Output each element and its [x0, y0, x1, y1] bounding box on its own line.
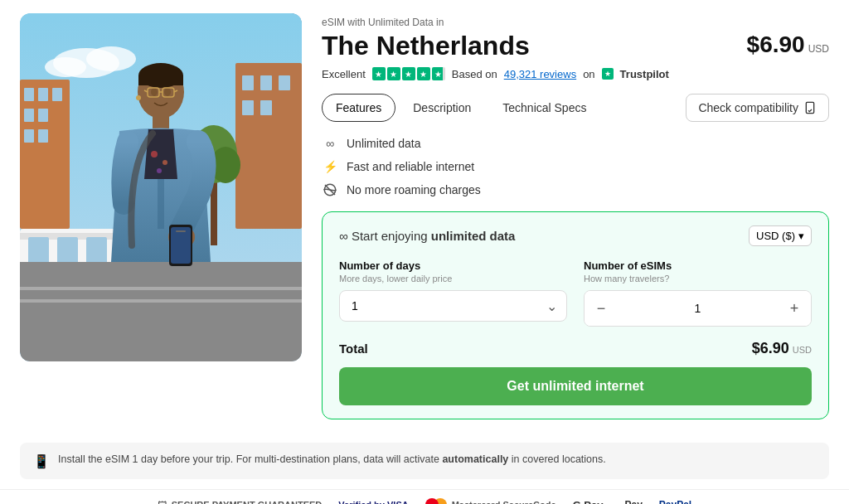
svg-rect-15: [279, 75, 290, 90]
svg-rect-11: [38, 129, 48, 143]
star-3: ★: [402, 67, 415, 80]
increment-esims-button[interactable]: +: [778, 291, 811, 326]
price-currency: USD: [808, 43, 829, 55]
reviews-on: on: [583, 68, 594, 80]
total-label: Total: [339, 342, 368, 356]
svg-rect-17: [260, 100, 272, 115]
tabs-row: Features Description Technical Specs Che…: [322, 94, 829, 122]
visa-label: Verified by VISA: [338, 500, 408, 504]
secure-payment-item: 🛡 SECURE PAYMENT GUARANTEED: [158, 500, 323, 504]
main-content: eSIM with Unlimited Data in The Netherla…: [0, 0, 849, 443]
star-5: ★: [432, 67, 445, 80]
tab-technical-specs[interactable]: Technical Specs: [488, 94, 600, 122]
selectors-row: Number of days More days, lower daily pr…: [339, 259, 812, 327]
feature-no-roaming-text: No more roaming charges: [347, 183, 481, 196]
stars: ★ ★ ★ ★ ★: [372, 67, 445, 80]
price-section: $6.90 USD: [747, 32, 829, 58]
svg-rect-20: [28, 237, 49, 266]
payment-footer: 🛡 SECURE PAYMENT GUARANTEED Verified by …: [0, 489, 849, 504]
days-group: Number of days More days, lower daily pr…: [339, 259, 567, 327]
days-select-wrapper: 1 3 5 7 14 30: [339, 290, 567, 322]
phone-shield-icon: 📱: [33, 453, 50, 469]
esim-counter: − 1 +: [584, 290, 812, 327]
product-title: The Netherlands: [322, 32, 530, 61]
product-image-section: [20, 13, 302, 361]
currency-selector[interactable]: USD ($) ▾: [749, 225, 812, 246]
esims-group: Number of eSIMs How many travelers? − 1 …: [584, 259, 812, 327]
page-wrapper: eSIM with Unlimited Data in The Netherla…: [0, 0, 849, 504]
get-unlimited-internet-button[interactable]: Get unlimited internet: [339, 367, 812, 405]
purchase-card: ∞ Start enjoying unlimited data USD ($) …: [322, 211, 829, 419]
info-text: Install the eSIM 1 day before your trip.…: [58, 453, 606, 468]
decrement-esims-button[interactable]: −: [585, 291, 618, 326]
esim-label: eSIM with Unlimited Data in: [322, 17, 829, 28]
currency-value: USD ($): [756, 230, 795, 242]
esims-sublabel: How many travelers?: [584, 274, 812, 284]
bolt-icon: ⚡: [322, 158, 338, 175]
svg-rect-29: [20, 287, 302, 290]
product-title-row: The Netherlands $6.90 USD: [322, 32, 829, 61]
total-row: Total $6.90 USD: [339, 340, 812, 357]
svg-rect-13: [242, 75, 254, 90]
paypal-item: PayPal: [659, 499, 691, 504]
svg-point-39: [164, 88, 171, 96]
tab-features[interactable]: Features: [322, 94, 395, 122]
svg-point-49: [163, 160, 167, 165]
mastercard-label: Mastercard SecureCode: [452, 500, 556, 504]
svg-rect-5: [24, 88, 34, 101]
svg-rect-9: [38, 109, 48, 122]
days-select[interactable]: 1 3 5 7 14 30: [339, 290, 567, 322]
svg-point-45: [136, 95, 141, 100]
mastercard-item: Mastercard SecureCode: [425, 498, 556, 504]
svg-rect-54: [176, 230, 186, 232]
esims-label: Number of eSIMs: [584, 259, 812, 272]
price-main: $6.90: [747, 32, 805, 58]
svg-point-50: [157, 168, 162, 173]
esims-value: 1: [618, 293, 778, 323]
svg-rect-16: [242, 100, 254, 115]
applepay-item: Pay: [619, 499, 642, 504]
total-price-main: $6.90: [752, 340, 789, 357]
svg-rect-21: [57, 237, 78, 266]
tab-description[interactable]: Description: [399, 94, 485, 122]
svg-rect-37: [138, 75, 183, 85]
phone-check-icon: [803, 101, 817, 114]
feature-list: ∞ Unlimited data ⚡ Fast and reliable int…: [322, 135, 829, 198]
svg-rect-4: [20, 80, 70, 229]
days-label: Number of days: [339, 259, 567, 272]
gpay-label: G Pay: [573, 499, 604, 504]
star-4: ★: [417, 67, 430, 80]
check-compat-label: Check compatibility: [698, 101, 798, 114]
svg-rect-28: [20, 262, 302, 361]
svg-rect-53: [171, 227, 191, 264]
star-1: ★: [372, 67, 386, 80]
svg-point-38: [151, 88, 158, 96]
total-price: $6.90 USD: [752, 340, 812, 357]
secure-payment-label: SECURE PAYMENT GUARANTEED: [172, 500, 323, 504]
days-sublabel: More days, lower daily price: [339, 274, 567, 284]
svg-rect-30: [20, 299, 302, 303]
svg-point-2: [86, 46, 136, 71]
svg-rect-7: [52, 88, 62, 101]
visa-item: Verified by VISA: [338, 500, 408, 504]
svg-point-3: [45, 57, 86, 77]
svg-point-48: [151, 151, 158, 158]
star-2: ★: [387, 67, 400, 80]
check-compatibility-button[interactable]: Check compatibility: [686, 94, 829, 122]
applepay-label: Pay: [624, 499, 642, 504]
paypal-label: PayPal: [659, 499, 691, 504]
chevron-down-icon: ▾: [798, 230, 804, 242]
reviews-suffix: Based on: [452, 68, 497, 80]
svg-rect-6: [38, 88, 48, 101]
total-price-currency: USD: [793, 345, 812, 355]
infinity-icon: ∞: [322, 135, 338, 152]
feature-unlimited-text: Unlimited data: [347, 137, 421, 150]
feature-fast: ⚡ Fast and reliable internet: [322, 158, 829, 175]
feature-no-roaming: No more roaming charges: [322, 182, 829, 198]
rating-label: Excellent: [322, 68, 366, 80]
shield-icon: 🛡: [158, 500, 167, 504]
trustpilot-label: Trustpilot: [620, 68, 669, 80]
reviews-link[interactable]: 49,321 reviews: [504, 68, 576, 80]
feature-unlimited: ∞ Unlimited data: [322, 135, 829, 152]
product-section: eSIM with Unlimited Data in The Netherla…: [322, 13, 829, 429]
